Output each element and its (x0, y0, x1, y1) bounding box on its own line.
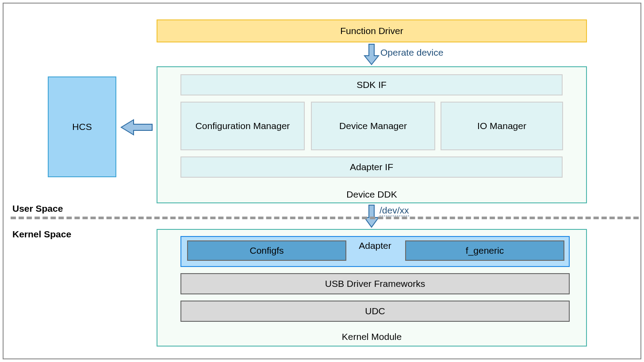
sdk-if-label: SDK IF (356, 80, 387, 90)
kernel-module-label: Kernel Module (157, 332, 586, 342)
function-driver-label: Function Driver (340, 26, 403, 36)
adapter-if-box: Adapter IF (180, 156, 563, 178)
arrow-dev-xx (363, 204, 380, 228)
configfs-box: Configfs (187, 240, 346, 261)
io-manager-box: IO Manager (441, 102, 563, 150)
hcs-box: HCS (48, 76, 116, 177)
configfs-label: Configfs (249, 245, 284, 256)
fgeneric-box: f_generic (405, 240, 564, 261)
udc-label: UDC (365, 306, 385, 316)
sdk-if-box: SDK IF (180, 74, 563, 95)
hcs-label: HCS (72, 122, 92, 132)
arrow-hcs (120, 119, 153, 136)
arrow-operate-device (363, 43, 380, 65)
adapter-if-label: Adapter IF (350, 162, 393, 172)
usb-frameworks-box: USB Driver Frameworks (180, 273, 570, 294)
function-driver-box: Function Driver (157, 19, 587, 42)
config-manager-box: Configuration Manager (180, 102, 305, 150)
udc-box: UDC (180, 301, 570, 322)
device-manager-label: Device Manager (339, 121, 407, 131)
operate-device-label: Operate device (380, 47, 443, 58)
usb-frameworks-label: USB Driver Frameworks (325, 278, 425, 289)
device-manager-box: Device Manager (311, 102, 435, 150)
dev-xx-label: /dev/xx (380, 205, 409, 216)
device-ddk-label: Device DDK (157, 189, 586, 200)
fgeneric-label: f_generic (466, 245, 504, 256)
space-divider (11, 217, 639, 219)
io-manager-label: IO Manager (477, 121, 526, 131)
config-manager-label: Configuration Manager (196, 121, 290, 131)
diagram-frame: Function Driver Operate device HCS Devic… (3, 3, 641, 359)
kernel-space-label: Kernel Space (12, 229, 71, 240)
user-space-label: User Space (12, 203, 63, 214)
